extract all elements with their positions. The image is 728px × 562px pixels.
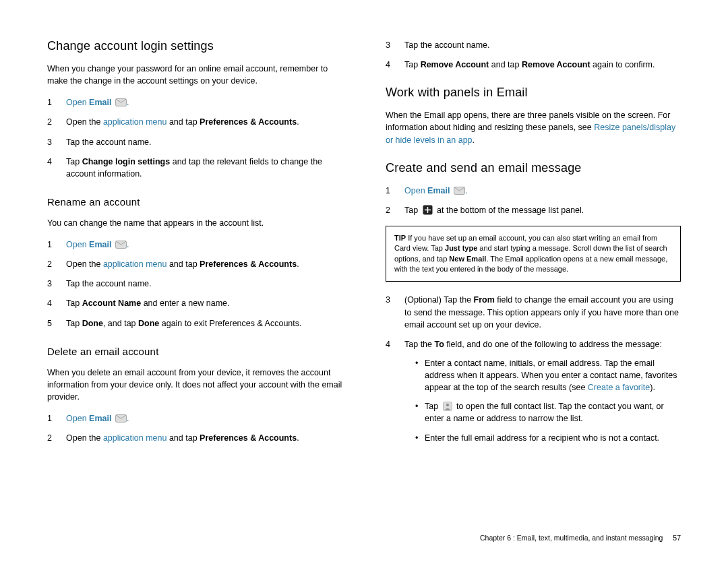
heading-delete: Delete an email account bbox=[47, 346, 342, 357]
mail-icon bbox=[115, 241, 127, 249]
step-4: 4 Tap Remove Account and tap Remove Acco… bbox=[386, 59, 681, 71]
address-bullets: • Enter a contact name, initials, or ema… bbox=[415, 357, 681, 444]
heading-panels: Work with panels in Email bbox=[386, 86, 681, 100]
steps-create-cont: 3 (Optional) Tap the From field to chang… bbox=[386, 294, 681, 350]
contacts-icon bbox=[443, 402, 452, 411]
right-column: 3 Tap the account name. 4 Tap Remove Acc… bbox=[386, 39, 681, 454]
steps-create: 1 Open Email . 2 Tap at the bottom of th… bbox=[386, 185, 681, 216]
tip-callout: TIP If you have set up an email account,… bbox=[386, 226, 681, 282]
steps-delete: 1 Open Email . 2 Open the application me… bbox=[47, 412, 342, 444]
step-2: 2 Open the application menu and tap Pref… bbox=[47, 258, 342, 270]
bullet-2: • Tap to open the full contact list. Tap… bbox=[415, 400, 681, 425]
steps-delete-continued: 3 Tap the account name. 4 Tap Remove Acc… bbox=[386, 39, 681, 71]
step-1: 1 Open Email . bbox=[386, 185, 681, 197]
step-2: 2 Open the application menu and tap Pref… bbox=[47, 432, 342, 444]
step-1: 1 Open Email . bbox=[47, 412, 342, 425]
para-change-login: When you change your password for an onl… bbox=[47, 63, 342, 87]
steps-rename: 1 Open Email . 2 Open the application me… bbox=[47, 239, 342, 330]
footer-chapter: Chapter 6 : Email, text, multimedia, and… bbox=[480, 534, 663, 542]
bullet-1: • Enter a contact name, initials, or ema… bbox=[415, 357, 681, 394]
left-column: Change account login settings When you c… bbox=[47, 39, 342, 454]
step-3: 3 Tap the account name. bbox=[47, 278, 342, 290]
step-2: 2 Open the application menu and tap Pref… bbox=[47, 116, 342, 128]
mail-icon bbox=[115, 414, 127, 423]
step-5: 5 Tap Done, and tap Done again to exit P… bbox=[47, 317, 342, 330]
heading-rename: Rename an account bbox=[47, 196, 342, 208]
two-column-layout: Change account login settings When you c… bbox=[47, 39, 681, 454]
compose-icon bbox=[423, 205, 433, 215]
step-1: 1 Open Email . bbox=[47, 96, 342, 108]
svg-point-6 bbox=[446, 404, 449, 406]
step-4: 4 Tap the To field, and do one of the fo… bbox=[386, 338, 681, 350]
step-3: 3 Tap the account name. bbox=[47, 136, 342, 148]
bullet-3: • Enter the full email address for a rec… bbox=[415, 432, 681, 444]
step-4: 4 Tap Change login settings and tap the … bbox=[47, 156, 342, 180]
heading-change-login: Change account login settings bbox=[47, 39, 342, 53]
mail-icon bbox=[454, 187, 465, 195]
step-3: 3 Tap the account name. bbox=[386, 39, 681, 51]
page-footer: Chapter 6 : Email, text, multimedia, and… bbox=[480, 534, 681, 542]
step-3: 3 (Optional) Tap the From field to chang… bbox=[386, 294, 681, 330]
mail-icon bbox=[115, 98, 127, 106]
para-rename: You can change the name that appears in … bbox=[47, 217, 342, 229]
para-delete: When you delete an email account from yo… bbox=[47, 367, 342, 403]
step-4: 4 Tap Account Name and enter a new name. bbox=[47, 297, 342, 309]
step-1: 1 Open Email . bbox=[47, 239, 342, 251]
footer-page-number: 57 bbox=[673, 534, 681, 542]
steps-change-login: 1 Open Email . 2 Open the application me… bbox=[47, 96, 342, 180]
heading-create-send: Create and send an email message bbox=[386, 161, 681, 175]
step-2: 2 Tap at the bottom of the message list … bbox=[386, 204, 681, 216]
para-panels: When the Email app opens, there are thre… bbox=[386, 109, 681, 146]
